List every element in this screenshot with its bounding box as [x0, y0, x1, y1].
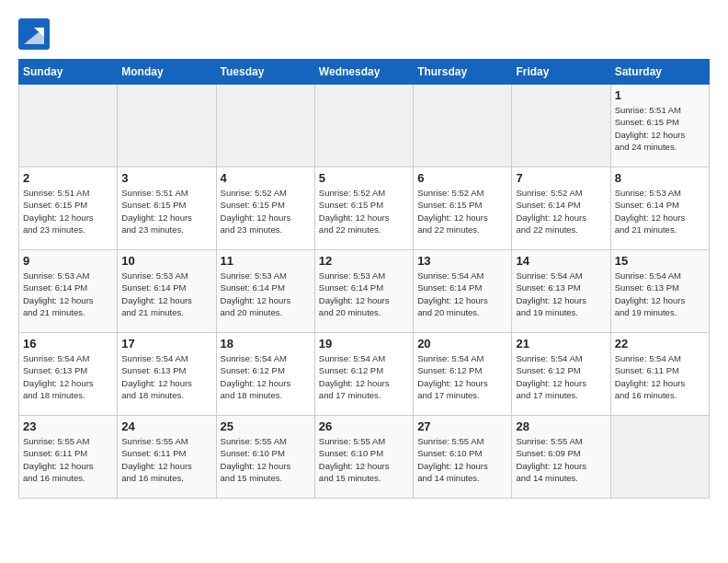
day-cell: 5Sunrise: 5:52 AM Sunset: 6:15 PM Daylig… [314, 167, 413, 250]
day-cell: 6Sunrise: 5:52 AM Sunset: 6:15 PM Daylig… [414, 167, 512, 250]
week-row-4: 16Sunrise: 5:54 AM Sunset: 6:13 PM Dayli… [19, 333, 710, 416]
week-row-3: 9Sunrise: 5:53 AM Sunset: 6:14 PM Daylig… [19, 250, 710, 333]
day-number: 14 [516, 254, 606, 268]
day-info: Sunrise: 5:51 AM Sunset: 6:15 PM Dayligh… [615, 104, 705, 153]
day-info: Sunrise: 5:54 AM Sunset: 6:12 PM Dayligh… [417, 352, 507, 401]
col-header-wednesday: Wednesday [314, 60, 413, 85]
day-number: 10 [121, 254, 211, 268]
day-info: Sunrise: 5:55 AM Sunset: 6:10 PM Dayligh… [221, 435, 311, 484]
col-header-tuesday: Tuesday [216, 60, 314, 85]
day-number: 1 [615, 88, 705, 102]
day-cell: 26Sunrise: 5:55 AM Sunset: 6:10 PM Dayli… [314, 416, 413, 499]
day-info: Sunrise: 5:52 AM Sunset: 6:15 PM Dayligh… [319, 187, 409, 236]
day-cell: 4Sunrise: 5:52 AM Sunset: 6:15 PM Daylig… [216, 167, 314, 250]
day-info: Sunrise: 5:53 AM Sunset: 6:14 PM Dayligh… [23, 270, 113, 318]
day-number: 12 [319, 254, 409, 268]
day-info: Sunrise: 5:54 AM Sunset: 6:12 PM Dayligh… [221, 352, 311, 401]
day-info: Sunrise: 5:51 AM Sunset: 6:15 PM Dayligh… [23, 187, 113, 236]
day-info: Sunrise: 5:54 AM Sunset: 6:13 PM Dayligh… [23, 352, 113, 401]
week-row-1: 1Sunrise: 5:51 AM Sunset: 6:15 PM Daylig… [19, 85, 710, 167]
day-number: 8 [615, 171, 705, 185]
day-info: Sunrise: 5:54 AM Sunset: 6:13 PM Dayligh… [121, 352, 211, 401]
day-cell: 11Sunrise: 5:53 AM Sunset: 6:14 PM Dayli… [216, 250, 314, 333]
day-number: 28 [516, 419, 606, 433]
day-cell: 1Sunrise: 5:51 AM Sunset: 6:15 PM Daylig… [610, 85, 709, 167]
day-number: 22 [615, 337, 705, 350]
day-number: 2 [23, 171, 113, 185]
day-info: Sunrise: 5:52 AM Sunset: 6:14 PM Dayligh… [516, 187, 606, 236]
day-info: Sunrise: 5:54 AM Sunset: 6:14 PM Dayligh… [417, 270, 507, 318]
day-cell: 20Sunrise: 5:54 AM Sunset: 6:12 PM Dayli… [414, 333, 512, 416]
day-number: 13 [417, 254, 507, 268]
day-cell: 25Sunrise: 5:55 AM Sunset: 6:10 PM Dayli… [216, 416, 314, 499]
day-number: 26 [319, 419, 409, 433]
day-info: Sunrise: 5:54 AM Sunset: 6:12 PM Dayligh… [319, 352, 409, 401]
day-cell [118, 85, 216, 167]
day-cell [610, 416, 709, 499]
day-number: 7 [516, 171, 606, 185]
day-cell: 19Sunrise: 5:54 AM Sunset: 6:12 PM Dayli… [314, 333, 413, 416]
col-header-thursday: Thursday [414, 60, 512, 85]
day-cell: 3Sunrise: 5:51 AM Sunset: 6:15 PM Daylig… [118, 167, 216, 250]
day-cell: 16Sunrise: 5:54 AM Sunset: 6:13 PM Dayli… [19, 333, 118, 416]
day-info: Sunrise: 5:53 AM Sunset: 6:14 PM Dayligh… [221, 270, 311, 318]
day-info: Sunrise: 5:52 AM Sunset: 6:15 PM Dayligh… [221, 187, 311, 236]
day-cell [314, 85, 413, 167]
day-number: 9 [23, 254, 113, 268]
day-info: Sunrise: 5:55 AM Sunset: 6:10 PM Dayligh… [417, 435, 507, 484]
day-number: 20 [417, 337, 507, 350]
day-cell: 8Sunrise: 5:53 AM Sunset: 6:14 PM Daylig… [610, 167, 709, 250]
day-cell: 27Sunrise: 5:55 AM Sunset: 6:10 PM Dayli… [414, 416, 512, 499]
day-info: Sunrise: 5:55 AM Sunset: 6:11 PM Dayligh… [23, 435, 113, 484]
svg-rect-0 [18, 18, 50, 50]
day-info: Sunrise: 5:51 AM Sunset: 6:15 PM Dayligh… [121, 187, 211, 236]
day-cell: 18Sunrise: 5:54 AM Sunset: 6:12 PM Dayli… [216, 333, 314, 416]
week-row-5: 23Sunrise: 5:55 AM Sunset: 6:11 PM Dayli… [19, 416, 710, 499]
day-number: 17 [121, 337, 211, 350]
col-header-friday: Friday [512, 60, 610, 85]
day-info: Sunrise: 5:52 AM Sunset: 6:15 PM Dayligh… [417, 187, 507, 236]
day-number: 4 [221, 171, 311, 185]
day-info: Sunrise: 5:55 AM Sunset: 6:11 PM Dayligh… [121, 435, 211, 484]
day-cell: 10Sunrise: 5:53 AM Sunset: 6:14 PM Dayli… [118, 250, 216, 333]
day-cell [19, 85, 118, 167]
day-cell: 17Sunrise: 5:54 AM Sunset: 6:13 PM Dayli… [118, 333, 216, 416]
day-cell: 15Sunrise: 5:54 AM Sunset: 6:13 PM Dayli… [610, 250, 709, 333]
day-cell: 9Sunrise: 5:53 AM Sunset: 6:14 PM Daylig… [19, 250, 118, 333]
day-info: Sunrise: 5:55 AM Sunset: 6:10 PM Dayligh… [319, 435, 409, 484]
day-number: 21 [516, 337, 606, 350]
day-info: Sunrise: 5:54 AM Sunset: 6:13 PM Dayligh… [615, 270, 705, 318]
day-cell: 7Sunrise: 5:52 AM Sunset: 6:14 PM Daylig… [512, 167, 610, 250]
day-info: Sunrise: 5:54 AM Sunset: 6:13 PM Dayligh… [516, 270, 606, 318]
day-cell: 21Sunrise: 5:54 AM Sunset: 6:12 PM Dayli… [512, 333, 610, 416]
day-number: 6 [417, 171, 507, 185]
day-cell [216, 85, 314, 167]
day-number: 27 [417, 419, 507, 433]
day-cell: 14Sunrise: 5:54 AM Sunset: 6:13 PM Dayli… [512, 250, 610, 333]
day-info: Sunrise: 5:53 AM Sunset: 6:14 PM Dayligh… [615, 187, 705, 236]
day-cell: 28Sunrise: 5:55 AM Sunset: 6:09 PM Dayli… [512, 416, 610, 499]
day-number: 19 [319, 337, 409, 350]
day-cell: 2Sunrise: 5:51 AM Sunset: 6:15 PM Daylig… [19, 167, 118, 250]
day-cell: 23Sunrise: 5:55 AM Sunset: 6:11 PM Dayli… [19, 416, 118, 499]
week-row-2: 2Sunrise: 5:51 AM Sunset: 6:15 PM Daylig… [19, 167, 710, 250]
day-number: 15 [615, 254, 705, 268]
day-info: Sunrise: 5:53 AM Sunset: 6:14 PM Dayligh… [121, 270, 211, 318]
day-info: Sunrise: 5:55 AM Sunset: 6:09 PM Dayligh… [516, 435, 606, 484]
day-cell: 24Sunrise: 5:55 AM Sunset: 6:11 PM Dayli… [118, 416, 216, 499]
logo [18, 18, 55, 50]
logo-icon [18, 18, 50, 50]
day-number: 11 [221, 254, 311, 268]
day-info: Sunrise: 5:53 AM Sunset: 6:14 PM Dayligh… [319, 270, 409, 318]
day-cell: 22Sunrise: 5:54 AM Sunset: 6:11 PM Dayli… [610, 333, 709, 416]
page-header [18, 18, 710, 50]
day-info: Sunrise: 5:54 AM Sunset: 6:12 PM Dayligh… [516, 352, 606, 401]
day-cell: 13Sunrise: 5:54 AM Sunset: 6:14 PM Dayli… [414, 250, 512, 333]
day-number: 16 [23, 337, 113, 350]
day-number: 5 [319, 171, 409, 185]
day-number: 24 [121, 419, 211, 433]
col-header-monday: Monday [118, 60, 216, 85]
header-row: SundayMondayTuesdayWednesdayThursdayFrid… [19, 60, 710, 85]
calendar-table: SundayMondayTuesdayWednesdayThursdayFrid… [18, 59, 710, 499]
day-number: 25 [221, 419, 311, 433]
